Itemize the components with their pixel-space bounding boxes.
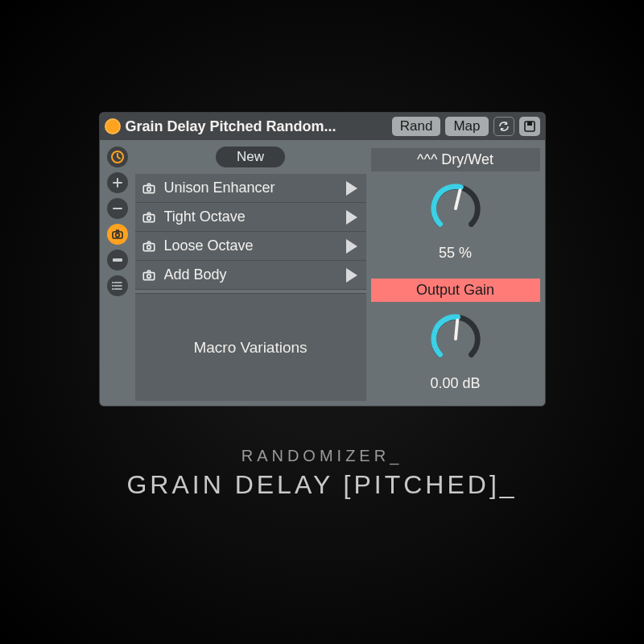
drywet-value: 55 % <box>439 245 472 262</box>
variation-name: Loose Octave <box>164 237 336 254</box>
snapshot-icon[interactable] <box>140 266 158 284</box>
output-gain-knob[interactable] <box>424 308 487 370</box>
variation-name: Add Body <box>164 266 336 283</box>
refresh-icon[interactable] <box>493 117 514 136</box>
output-gain-label[interactable]: Output Gain <box>371 279 540 302</box>
device-body: New Unison Enhancer Tight Octave <box>100 140 545 406</box>
device-titlebar: Grain Delay Pitched Random... Rand Map <box>100 113 545 140</box>
svg-point-14 <box>147 245 151 249</box>
macro-knob-panel: ^^^ Dry/Wet 55 % Output Gain <box>371 145 540 401</box>
recall-variation-button[interactable] <box>342 208 361 227</box>
svg-point-8 <box>112 288 114 290</box>
snapshot-icon[interactable] <box>140 237 158 255</box>
svg-point-7 <box>112 285 114 287</box>
svg-point-4 <box>115 233 119 237</box>
svg-point-10 <box>147 187 151 191</box>
play-icon <box>346 268 357 283</box>
caption-large: GRAIN DELAY [PITCHED]_ <box>126 470 517 500</box>
image-caption: RANDOMIZER_ GRAIN DELAY [PITCHED]_ <box>126 447 517 500</box>
drywet-label[interactable]: ^^^ Dry/Wet <box>371 148 540 171</box>
save-icon[interactable] <box>519 117 540 136</box>
output-gain-macro: Output Gain 0.00 dB <box>371 275 540 401</box>
play-icon <box>346 239 357 254</box>
svg-point-16 <box>147 274 151 278</box>
variation-name: Tight Octave <box>164 208 336 225</box>
variation-row[interactable]: Loose Octave <box>135 232 366 261</box>
side-icon-strip <box>105 145 130 401</box>
svg-rect-5 <box>113 258 122 262</box>
svg-line-17 <box>456 190 460 208</box>
play-icon <box>346 210 357 225</box>
svg-point-12 <box>147 216 151 220</box>
snapshot-icon[interactable] <box>140 208 158 226</box>
variation-name: Unison Enhancer <box>164 180 336 196</box>
play-icon <box>346 181 357 196</box>
svg-rect-1 <box>527 122 532 126</box>
device-title: Grain Delay Pitched Random... <box>126 118 387 135</box>
rand-button[interactable]: Rand <box>392 117 441 136</box>
svg-rect-15 <box>143 272 155 279</box>
svg-rect-11 <box>143 214 155 221</box>
row-icon[interactable] <box>107 250 128 270</box>
list-icon[interactable] <box>107 275 128 296</box>
svg-rect-9 <box>143 185 155 192</box>
history-icon[interactable] <box>107 147 128 167</box>
drywet-knob[interactable] <box>424 177 487 240</box>
variations-panel: New Unison Enhancer Tight Octave <box>135 145 366 401</box>
new-variation-button[interactable]: New <box>216 147 285 167</box>
camera-icon[interactable] <box>107 224 128 245</box>
recall-variation-button[interactable] <box>342 266 361 285</box>
macro-variations-label: Macro Variations <box>135 293 366 401</box>
recall-variation-button[interactable] <box>342 237 361 256</box>
plus-icon[interactable] <box>107 172 128 193</box>
variation-row[interactable]: Unison Enhancer <box>135 174 366 203</box>
variation-row[interactable]: Add Body <box>135 261 366 290</box>
svg-point-6 <box>112 282 114 283</box>
svg-line-18 <box>456 320 457 339</box>
recall-variation-button[interactable] <box>342 179 361 198</box>
snapshot-icon[interactable] <box>140 180 158 197</box>
output-gain-value: 0.00 dB <box>430 375 480 392</box>
device-rack: Grain Delay Pitched Random... Rand Map <box>99 112 546 407</box>
variation-list: Unison Enhancer Tight Octave Loose Octav… <box>135 174 366 290</box>
caption-small: RANDOMIZER_ <box>126 447 517 465</box>
minus-icon[interactable] <box>107 198 128 219</box>
drywet-macro: ^^^ Dry/Wet 55 % <box>371 145 540 270</box>
map-button[interactable]: Map <box>445 117 488 136</box>
svg-rect-13 <box>143 243 155 250</box>
device-activator-button[interactable] <box>105 118 121 134</box>
variation-row[interactable]: Tight Octave <box>135 203 366 232</box>
